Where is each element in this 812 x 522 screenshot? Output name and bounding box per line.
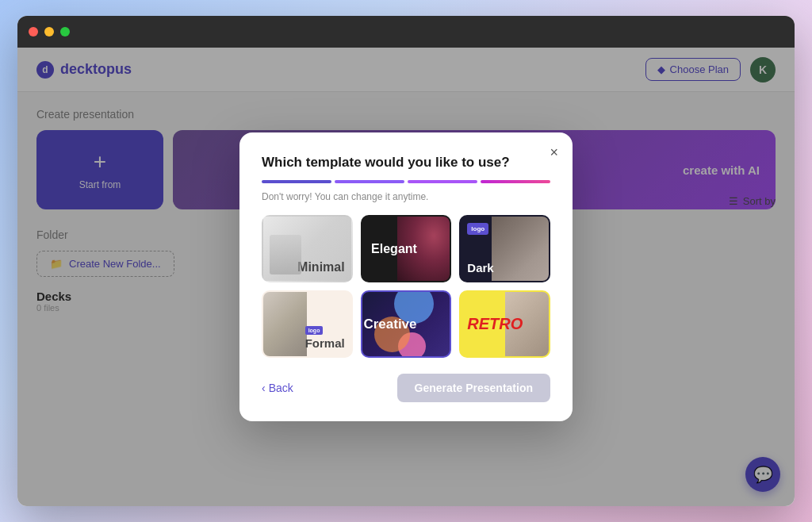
dark-label: Dark [467,261,493,274]
generate-presentation-button[interactable]: Generate Presentation [397,374,550,402]
traffic-light-red[interactable] [29,27,38,36]
progress-segment-3 [408,180,477,183]
template-card-dark[interactable]: logo Dark [459,215,550,282]
app-content: d decktopus ◆ Choose Plan K Create prese… [17,48,795,506]
progress-segment-2 [335,180,404,183]
progress-segment-1 [262,180,331,183]
modal-title: Which template would you like to use? [262,155,550,171]
template-card-minimal[interactable]: Minimal [262,215,353,282]
formal-image [263,292,307,356]
retro-label: Retro [467,315,523,333]
modal-hint: Don't worry! You can change it anytime. [262,191,550,202]
template-card-elegant[interactable]: Elegant [361,215,452,282]
chevron-left-icon: ‹ [262,382,266,394]
minimal-image [270,235,301,274]
creative-label: Creative [363,317,416,332]
elegant-label: Elegant [371,242,417,256]
traffic-light-yellow[interactable] [44,27,54,36]
traffic-light-green[interactable] [60,27,70,36]
template-card-retro[interactable]: Retro [459,290,550,358]
template-card-formal[interactable]: logo Formal [262,290,353,358]
formal-label: Formal [305,336,345,350]
app-window: d decktopus ◆ Choose Plan K Create prese… [17,16,795,506]
template-modal: × Which template would you like to use? … [239,132,573,421]
progress-bar [262,180,550,183]
back-button[interactable]: ‹ Back [262,382,293,394]
template-card-creative[interactable]: Creative [361,290,452,358]
dark-logo: logo [467,223,488,235]
progress-segment-4 [481,180,550,183]
template-grid: Minimal Elegant logo Dark [262,215,550,358]
dark-statue [492,217,549,281]
modal-footer: ‹ Back Generate Presentation [262,374,550,402]
formal-logo: logo [305,326,324,335]
minimal-label: Minimal [297,260,345,274]
formal-content: logo Formal [305,321,345,350]
modal-overlay: × Which template would you like to use? … [17,48,795,506]
title-bar [17,16,795,48]
modal-close-button[interactable]: × [550,145,558,159]
